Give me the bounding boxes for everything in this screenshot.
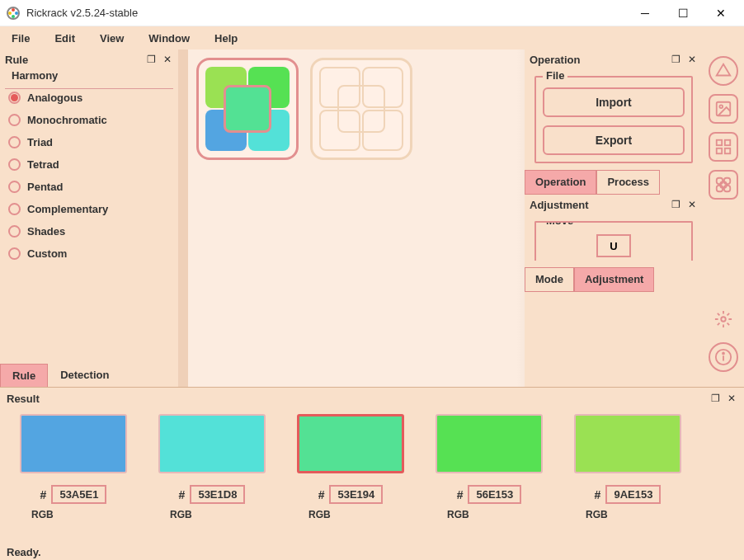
rgb-label: RGB (12, 509, 54, 520)
radio-pentad[interactable]: Pentad (8, 181, 170, 193)
tab-detection[interactable]: Detection (48, 363, 121, 387)
harmony-legend: Harmony (8, 69, 61, 82)
tab-operation[interactable]: Operation (525, 170, 596, 195)
hex-row: #53E1D8 (179, 485, 246, 504)
undock-icon[interactable]: ❐ (709, 393, 721, 404)
radio-custom[interactable]: Custom (8, 247, 170, 260)
svg-rect-14 (717, 186, 723, 191)
hex-row: #53A5E1 (40, 485, 107, 504)
radio-label: Analogous (27, 92, 82, 104)
undock-icon[interactable]: ❐ (670, 199, 681, 210)
move-legend: Move (543, 221, 577, 227)
hex-input[interactable]: 53E194 (329, 485, 383, 504)
app-title: Rickrack v2.5.24-stable (26, 7, 633, 19)
hash-label: # (179, 488, 186, 501)
svg-rect-13 (724, 178, 730, 184)
hex-input[interactable]: 56E153 (468, 485, 521, 504)
hex-input[interactable]: 53A5E1 (51, 485, 106, 504)
menubar: File Edit View Window Help (0, 26, 744, 49)
close-panel-icon[interactable]: ✕ (726, 393, 737, 404)
radio-shades[interactable]: Shades (8, 225, 170, 238)
undock-icon[interactable]: ❐ (670, 54, 681, 65)
radio-circle-icon (8, 181, 21, 193)
grid-icon[interactable] (709, 132, 738, 162)
svg-point-2 (15, 12, 18, 15)
svg-point-4 (8, 12, 12, 15)
radio-analogous[interactable]: Analogous (8, 92, 170, 104)
color-swatch[interactable] (20, 414, 127, 473)
swatch-col: #53A5E1RGB (12, 414, 135, 520)
result-title: Result (7, 393, 356, 405)
close-button[interactable]: ✕ (709, 3, 732, 23)
radio-label: Triad (27, 136, 53, 148)
radio-triad[interactable]: Triad (8, 136, 170, 148)
radio-label: Complementary (27, 203, 108, 215)
rgb-label: RGB (566, 509, 608, 520)
color-swatch[interactable] (436, 414, 543, 473)
image-icon[interactable] (709, 94, 738, 124)
import-button[interactable]: Import (543, 87, 685, 117)
undock-icon[interactable]: ❐ (145, 54, 157, 65)
move-group: Move U (534, 221, 693, 261)
radio-label: Monochromatic (27, 114, 107, 126)
wheel-icon[interactable] (709, 56, 738, 86)
palette-ghost[interactable] (310, 58, 412, 160)
menu-window[interactable]: Window (144, 31, 195, 46)
menu-edit[interactable]: Edit (49, 31, 80, 46)
radio-tetrad[interactable]: Tetrad (8, 158, 170, 171)
menu-help[interactable]: Help (210, 31, 243, 46)
export-button[interactable]: Export (543, 125, 685, 155)
adjustment-panel-title: Adjustment (530, 199, 665, 211)
close-panel-icon[interactable]: ✕ (686, 54, 698, 65)
palette-active[interactable] (196, 58, 299, 160)
radio-label: Custom (27, 247, 67, 260)
swatch-col: #53E194RGB (289, 414, 412, 520)
hash-label: # (595, 488, 601, 501)
minimize-button[interactable]: ─ (633, 3, 657, 23)
board-icon[interactable] (709, 170, 738, 200)
svg-rect-15 (724, 186, 730, 191)
radio-circle-icon (8, 225, 21, 238)
adjustment-tabs: Mode Adjustment (525, 267, 703, 292)
rgb-label: RGB (150, 509, 192, 520)
tab-rule[interactable]: Rule (0, 364, 48, 387)
settings-icon[interactable] (709, 304, 738, 334)
icon-sidebar (703, 49, 744, 387)
rule-panel-title: Rule (5, 54, 140, 66)
radio-monochromatic[interactable]: Monochromatic (8, 114, 170, 126)
rgb-label: RGB (427, 509, 469, 520)
menu-file[interactable]: File (7, 31, 35, 46)
swatch-col: #53E1D8RGB (150, 414, 274, 520)
tab-adjustment[interactable]: Adjustment (574, 267, 655, 292)
svg-point-7 (719, 105, 723, 108)
hex-row: #56E153 (457, 485, 522, 504)
maximize-button[interactable]: ☐ (671, 3, 695, 23)
color-swatch[interactable] (158, 414, 266, 473)
svg-rect-9 (725, 140, 730, 145)
ghost-sq-center (337, 85, 385, 133)
left-scrollbar[interactable] (178, 49, 188, 387)
canvas-area[interactable] (188, 49, 525, 387)
menu-view[interactable]: View (95, 31, 129, 46)
hash-label: # (318, 488, 325, 501)
color-swatch[interactable] (297, 414, 404, 473)
hex-input[interactable]: 53E1D8 (190, 485, 245, 504)
color-swatch[interactable] (574, 414, 681, 473)
operation-panel-title: Operation (530, 54, 665, 66)
close-panel-icon[interactable]: ✕ (686, 199, 698, 210)
titlebar: Rickrack v2.5.24-stable ─ ☐ ✕ (0, 0, 744, 26)
statusbar: Ready. (0, 544, 744, 560)
close-panel-icon[interactable]: ✕ (162, 54, 173, 65)
rule-panel: Rule ❐ ✕ Harmony AnalogousMonochromaticT… (0, 49, 178, 387)
move-up-button[interactable]: U (596, 234, 631, 257)
tab-mode[interactable]: Mode (525, 267, 574, 292)
harmony-group: Harmony AnalogousMonochromaticTriadTetra… (5, 69, 173, 362)
radio-circle-icon (8, 136, 21, 148)
radio-complementary[interactable]: Complementary (8, 203, 170, 215)
info-icon[interactable] (709, 342, 738, 372)
svg-rect-8 (717, 140, 722, 145)
tab-process[interactable]: Process (596, 170, 660, 195)
svg-point-3 (12, 15, 15, 18)
svg-marker-5 (717, 64, 731, 76)
hex-input[interactable]: 9AE153 (605, 485, 661, 504)
